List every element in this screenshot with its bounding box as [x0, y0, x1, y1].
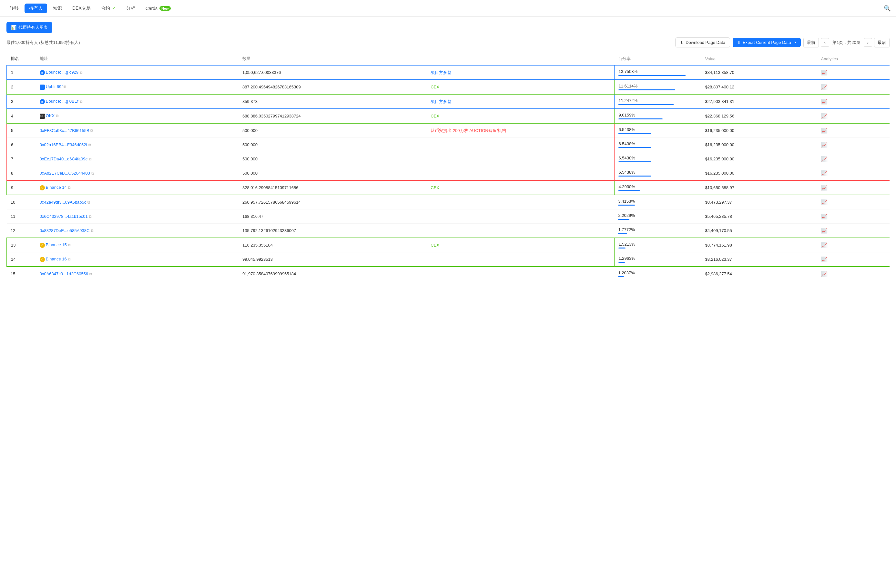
download-button[interactable]: ⬇ Download Page Data — [675, 37, 730, 47]
address-link[interactable]: Bounce: ...g 0BEf — [46, 99, 78, 104]
copy-icon[interactable]: ⧉ — [87, 200, 90, 205]
nav-item-holders[interactable]: 持有人 — [24, 3, 47, 13]
page-info: 第1页，共20页 — [831, 40, 862, 46]
annotation-cell — [427, 224, 614, 238]
top-navigation: 转移 持有人 知识 DEX交易 合约 ✓ 分析 Cards New 🔍 — [0, 0, 896, 17]
table-row: 120x83287DeE...e585A938C ⧉135,792.132610… — [7, 224, 890, 238]
search-icon[interactable]: 🔍 — [884, 5, 891, 12]
percentage-value: 11.6114% — [619, 84, 697, 88]
copy-icon[interactable]: ⧉ — [89, 214, 91, 219]
analytics-cell: 📈 — [817, 238, 890, 252]
rank-cell: 8 — [7, 166, 36, 181]
copy-icon[interactable]: ⧉ — [88, 143, 91, 147]
address-link[interactable]: 0x0A6347c3...1d2C60556 — [40, 271, 88, 276]
chart-button[interactable]: 📊 代币持有人图表 — [6, 22, 52, 33]
analytics-chart-icon[interactable]: 📈 — [821, 171, 827, 176]
copy-icon[interactable]: ⧉ — [89, 157, 91, 161]
copy-icon[interactable]: ⧉ — [68, 185, 71, 190]
rank-cell: 3 — [7, 94, 36, 109]
address-link[interactable]: Binance 16 — [46, 257, 67, 261]
address-link[interactable]: 0x42a49df3...09A5bab5c — [40, 200, 87, 205]
address-link[interactable]: Binance 14 — [46, 185, 67, 190]
analytics-chart-icon[interactable]: 📈 — [821, 70, 827, 75]
copy-icon[interactable]: ⧉ — [68, 257, 71, 261]
percentage-value: 4.2930% — [619, 184, 697, 189]
table-row: 4⬡⬡OKX ⧉688,886.035027997412938724CEX 9.… — [7, 109, 890, 123]
nav-item-contract[interactable]: 合约 ✓ — [96, 3, 120, 13]
page-next-button[interactable]: › — [864, 38, 872, 47]
quantity-cell: 260,957.726157865684599614 — [239, 195, 427, 209]
copy-icon[interactable]: ⧉ — [56, 114, 59, 118]
address-link[interactable]: Upbit 69f — [46, 84, 62, 89]
analytics-chart-icon[interactable]: 📈 — [821, 257, 827, 262]
rank-cell: 14 — [7, 252, 36, 267]
copy-icon[interactable]: ⧉ — [64, 85, 67, 89]
annotation-text: 项目方多签 — [431, 99, 451, 104]
table-row: 9◇Binance 14 ⧉328,016.29088415109711686C… — [7, 180, 890, 195]
copy-icon[interactable]: ⧉ — [68, 243, 71, 247]
analytics-chart-icon[interactable]: 📈 — [821, 84, 827, 90]
analytics-chart-icon[interactable]: 📈 — [821, 113, 827, 119]
analytics-chart-icon[interactable]: 📈 — [821, 271, 827, 277]
quantity-cell: 859,373 — [239, 94, 427, 109]
analytics-chart-icon[interactable]: 📈 — [821, 228, 827, 233]
page-first-button[interactable]: 最前 — [803, 38, 819, 47]
table-row: 60x02a16EB4...F346d052f ⧉500,000 6.5438%… — [7, 138, 890, 152]
analytics-cell: 📈 — [817, 252, 890, 267]
nav-item-knowledge[interactable]: 知识 — [49, 3, 67, 13]
percentage-cell: 11.2472% — [614, 94, 701, 109]
nav-item-analysis[interactable]: 分析 — [122, 3, 140, 13]
subtitle-text: 最佳1,000持有人 (从总共11,992持有人) — [6, 40, 80, 46]
percentage-bar — [618, 233, 627, 234]
address-link[interactable]: 0xAd2E7CeB...C52644403 — [40, 171, 90, 175]
analytics-chart-icon[interactable]: 📈 — [821, 156, 827, 162]
value-cell: $8,473,297.37 — [701, 195, 817, 209]
nav-item-cards[interactable]: Cards New — [141, 4, 175, 13]
address-link[interactable]: OKX — [46, 113, 55, 118]
percentage-bar — [619, 119, 663, 119]
analytics-cell: 📈 — [817, 224, 890, 238]
quantity-cell: 887,200.496494826783165309 — [239, 80, 427, 94]
rank-cell: 5 — [7, 123, 36, 138]
address-link[interactable]: 0xEc17Da40...d6C4fa09c — [40, 157, 87, 161]
percentage-cell: 6.5438% — [614, 152, 701, 166]
address-cell: Upbit 69f ⧉ — [36, 80, 239, 94]
address-link[interactable]: 0x83287DeE...e585A938C — [40, 228, 90, 233]
rank-cell: 2 — [7, 80, 36, 94]
annotation-cell: CEX — [427, 80, 614, 94]
quantity-cell: 500,000 — [239, 138, 427, 152]
export-button[interactable]: ⬇ Export Current Page Data ▾ — [733, 38, 801, 47]
page-prev-button[interactable]: ‹ — [821, 38, 829, 47]
address-link[interactable]: 0x02a16EB4...F346d052f — [40, 142, 87, 147]
page-last-button[interactable]: 最后 — [874, 38, 890, 47]
table-row: 150x0A6347c3...1d2C60556 ⧉91,970.3584076… — [7, 267, 890, 281]
copy-icon[interactable]: ⧉ — [80, 99, 82, 104]
address-link[interactable]: 0x6C432978...4a1b15c01 — [40, 214, 88, 219]
copy-icon[interactable]: ⧉ — [91, 171, 94, 175]
percentage-cell: 2.2029% — [614, 209, 701, 224]
nav-item-dex[interactable]: DEX交易 — [68, 3, 95, 13]
analytics-chart-icon[interactable]: 📈 — [821, 242, 827, 248]
analytics-chart-icon[interactable]: 📈 — [821, 214, 827, 219]
percentage-bar — [619, 262, 625, 263]
annotation-cell: 从币安提出 200万枚 AUCTION鲸鱼/机构 — [427, 123, 614, 138]
action-buttons: ⬇ Download Page Data ⬇ Export Current Pa… — [675, 37, 890, 47]
percentage-cell: 4.2930% — [614, 180, 701, 195]
copy-icon[interactable]: ⧉ — [91, 228, 94, 233]
copy-icon[interactable]: ⧉ — [90, 128, 93, 133]
analytics-chart-icon[interactable]: 📈 — [821, 99, 827, 104]
analytics-chart-icon[interactable]: 📈 — [821, 142, 827, 148]
address-link[interactable]: Binance 15 — [46, 242, 67, 247]
analytics-chart-icon[interactable]: 📈 — [821, 185, 827, 190]
annotation-cell: CEX — [427, 109, 614, 123]
percentage-bar — [619, 133, 651, 134]
copy-icon[interactable]: ⧉ — [89, 272, 92, 276]
address-link[interactable]: 0xEF8Ca93c...47B66155B — [40, 128, 89, 133]
nav-item-transfer[interactable]: 转移 — [5, 3, 23, 13]
copy-icon[interactable]: ⧉ — [80, 70, 82, 75]
analytics-chart-icon[interactable]: 📈 — [821, 200, 827, 205]
annotation-cell — [427, 195, 614, 209]
new-badge: New — [160, 6, 171, 11]
analytics-chart-icon[interactable]: 📈 — [821, 128, 827, 133]
address-link[interactable]: Bounce: ...g c929 — [46, 70, 78, 75]
